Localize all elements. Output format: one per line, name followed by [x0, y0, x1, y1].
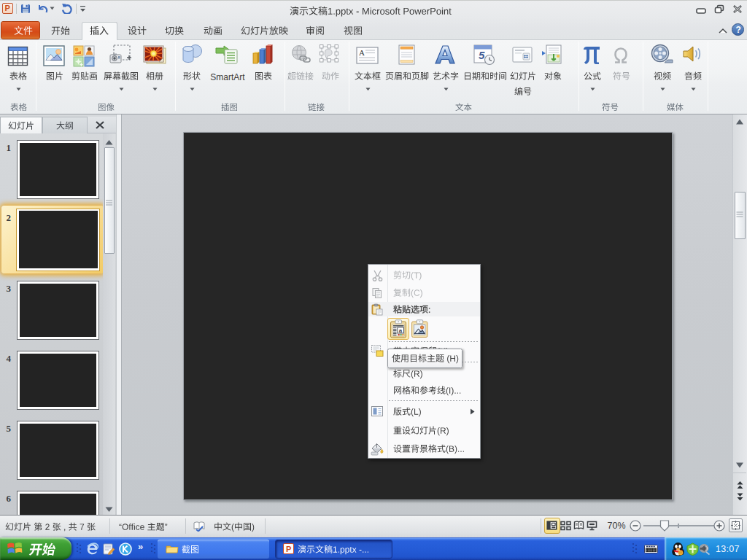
svg-text:A: A [359, 48, 365, 57]
svg-text:a: a [399, 327, 403, 334]
svg-text:5: 5 [479, 49, 485, 61]
